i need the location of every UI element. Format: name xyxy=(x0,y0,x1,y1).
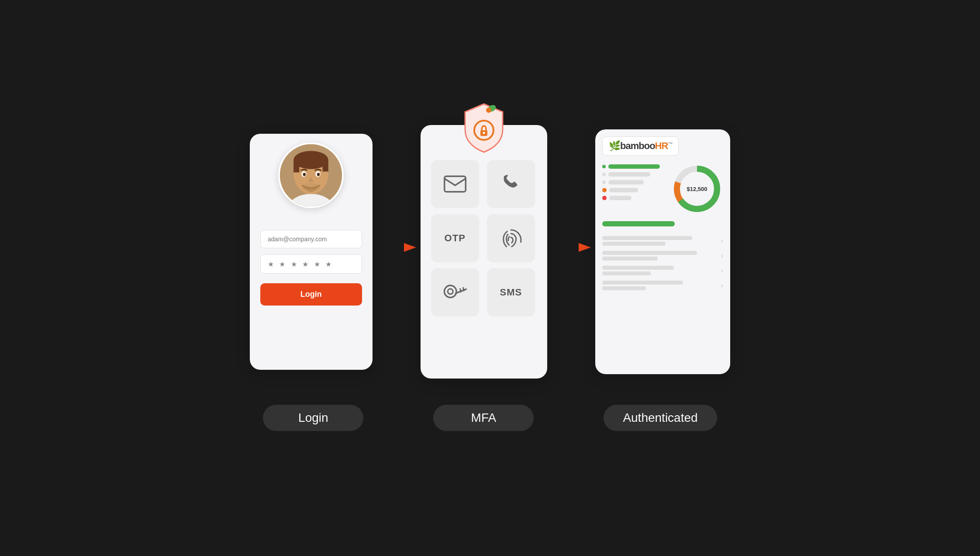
bar-dot xyxy=(602,165,606,168)
list-item: › xyxy=(602,236,723,246)
svg-line-23 xyxy=(463,288,464,291)
login-button[interactable]: Login xyxy=(260,283,362,306)
bar-row-1 xyxy=(602,164,666,169)
mfa-otp-option[interactable]: OTP xyxy=(431,214,479,262)
dashboard-card: 🌿bambooHR™ xyxy=(595,129,730,374)
bar-fill xyxy=(608,172,650,177)
svg-point-20 xyxy=(444,285,456,298)
login-card: Login xyxy=(250,134,373,370)
list-row-bars xyxy=(602,281,718,290)
shield-icon xyxy=(455,99,512,156)
chevron-right-icon: › xyxy=(721,252,723,259)
bar-dot xyxy=(602,196,607,200)
svg-rect-19 xyxy=(444,176,466,192)
svg-rect-5 xyxy=(294,160,300,172)
arrow-1 xyxy=(373,239,421,256)
green-progress-bar xyxy=(602,221,675,226)
list-item: › xyxy=(602,281,723,290)
bar-chart xyxy=(602,163,666,200)
email-input[interactable] xyxy=(260,230,362,248)
list-bar xyxy=(602,266,674,270)
list-row-bars xyxy=(602,251,718,261)
svg-rect-6 xyxy=(323,160,328,172)
bar-fill xyxy=(609,188,638,192)
list-row-bars xyxy=(602,236,718,246)
svg-line-24 xyxy=(460,289,461,292)
chevron-right-icon: › xyxy=(721,282,723,289)
bar-row-2 xyxy=(602,172,666,177)
arrow-2 xyxy=(547,239,595,256)
step-labels: Login MFA Authenticated xyxy=(250,405,730,431)
password-input[interactable] xyxy=(260,254,362,274)
list-row-bars xyxy=(602,266,718,275)
dashboard-list: › › › › xyxy=(602,236,723,290)
svg-point-21 xyxy=(448,289,453,294)
bar-fill xyxy=(608,164,660,169)
list-bar xyxy=(602,257,658,261)
chevron-right-icon: › xyxy=(721,237,723,244)
bamboohr-logo: 🌿bambooHR™ xyxy=(602,136,679,156)
dashboard-top: $12,500 xyxy=(602,163,723,215)
bar-fill xyxy=(608,180,644,184)
login-fields: Login xyxy=(260,230,362,306)
mfa-card: OTP xyxy=(421,125,547,379)
list-bar xyxy=(602,242,666,246)
bar-fill xyxy=(609,196,631,200)
mfa-fingerprint-option[interactable] xyxy=(487,214,535,262)
list-bar xyxy=(602,286,646,290)
bar-dot xyxy=(602,173,606,176)
mfa-key-option[interactable] xyxy=(431,268,479,316)
authenticated-label: Authenticated xyxy=(604,405,717,431)
list-bar xyxy=(602,281,683,285)
avatar xyxy=(278,142,344,208)
flow-diagram: Login xyxy=(250,125,730,379)
chevron-right-icon: › xyxy=(721,267,723,274)
donut-value: $12,500 xyxy=(687,186,707,192)
bar-dot xyxy=(602,188,607,192)
mfa-sms-option[interactable]: SMS xyxy=(487,268,535,316)
list-bar xyxy=(602,236,692,240)
mfa-phone-option[interactable] xyxy=(487,160,535,208)
mfa-options-grid: OTP xyxy=(431,160,537,316)
list-item: › xyxy=(602,251,723,261)
mfa-email-option[interactable] xyxy=(431,160,479,208)
list-bar xyxy=(602,251,697,255)
svg-point-10 xyxy=(317,173,320,176)
svg-marker-13 xyxy=(404,243,416,252)
bar-row-3 xyxy=(602,180,666,184)
list-bar xyxy=(602,271,651,275)
bar-dot xyxy=(602,181,606,184)
svg-point-16 xyxy=(483,132,485,134)
mfa-label: MFA xyxy=(433,405,534,431)
svg-point-18 xyxy=(486,108,491,113)
svg-marker-26 xyxy=(579,243,591,252)
svg-point-9 xyxy=(303,173,306,176)
login-label: Login xyxy=(263,405,363,431)
donut-chart: $12,500 xyxy=(671,163,723,215)
list-item: › xyxy=(602,266,723,275)
bar-row-4 xyxy=(602,188,666,192)
bar-row-5 xyxy=(602,196,666,200)
